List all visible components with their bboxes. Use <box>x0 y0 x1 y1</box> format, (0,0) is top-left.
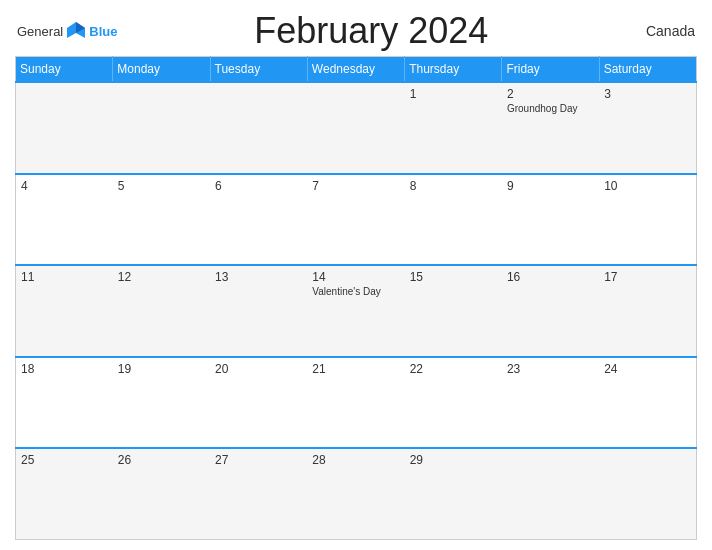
calendar-cell <box>16 82 113 174</box>
day-number: 11 <box>21 270 108 284</box>
calendar-cell <box>502 448 599 540</box>
calendar-cell: 15 <box>405 265 502 357</box>
calendar-cell: 24 <box>599 357 696 449</box>
day-number: 15 <box>410 270 497 284</box>
day-number: 6 <box>215 179 302 193</box>
day-number: 23 <box>507 362 594 376</box>
calendar-cell: 21 <box>307 357 404 449</box>
holiday-name: Valentine's Day <box>312 286 399 297</box>
calendar-cell: 16 <box>502 265 599 357</box>
col-monday: Monday <box>113 57 210 83</box>
calendar-cell: 25 <box>16 448 113 540</box>
col-sunday: Sunday <box>16 57 113 83</box>
day-number: 29 <box>410 453 497 467</box>
calendar-cell: 5 <box>113 174 210 266</box>
calendar-cell: 28 <box>307 448 404 540</box>
calendar-week-row: 18192021222324 <box>16 357 697 449</box>
day-number: 5 <box>118 179 205 193</box>
calendar-cell: 2Groundhog Day <box>502 82 599 174</box>
col-saturday: Saturday <box>599 57 696 83</box>
day-number: 25 <box>21 453 108 467</box>
calendar-cell: 20 <box>210 357 307 449</box>
month-title: February 2024 <box>117 10 625 52</box>
day-number: 9 <box>507 179 594 193</box>
logo-general-text: General <box>17 24 63 39</box>
calendar-cell <box>210 82 307 174</box>
calendar-cell: 23 <box>502 357 599 449</box>
col-thursday: Thursday <box>405 57 502 83</box>
day-number: 8 <box>410 179 497 193</box>
day-number: 10 <box>604 179 691 193</box>
calendar-cell: 10 <box>599 174 696 266</box>
calendar-cell: 7 <box>307 174 404 266</box>
calendar-cell: 9 <box>502 174 599 266</box>
calendar-cell: 19 <box>113 357 210 449</box>
col-wednesday: Wednesday <box>307 57 404 83</box>
day-number: 19 <box>118 362 205 376</box>
country-label: Canada <box>625 23 695 39</box>
calendar-cell: 8 <box>405 174 502 266</box>
day-number: 22 <box>410 362 497 376</box>
day-number: 12 <box>118 270 205 284</box>
calendar-week-row: 2526272829 <box>16 448 697 540</box>
day-number: 16 <box>507 270 594 284</box>
header: General Blue February 2024 Canada <box>15 10 697 52</box>
day-number: 2 <box>507 87 594 101</box>
logo-blue-text: Blue <box>89 24 117 39</box>
calendar-header-row: Sunday Monday Tuesday Wednesday Thursday… <box>16 57 697 83</box>
day-number: 3 <box>604 87 691 101</box>
day-number: 20 <box>215 362 302 376</box>
calendar-cell: 1 <box>405 82 502 174</box>
day-number: 26 <box>118 453 205 467</box>
calendar-week-row: 45678910 <box>16 174 697 266</box>
day-number: 1 <box>410 87 497 101</box>
calendar-cell <box>599 448 696 540</box>
day-number: 18 <box>21 362 108 376</box>
calendar-cell: 29 <box>405 448 502 540</box>
col-tuesday: Tuesday <box>210 57 307 83</box>
logo-icon <box>65 20 87 42</box>
holiday-name: Groundhog Day <box>507 103 594 114</box>
calendar-cell: 13 <box>210 265 307 357</box>
day-number: 21 <box>312 362 399 376</box>
col-friday: Friday <box>502 57 599 83</box>
calendar-week-row: 12Groundhog Day3 <box>16 82 697 174</box>
day-number: 4 <box>21 179 108 193</box>
calendar-cell: 4 <box>16 174 113 266</box>
calendar-cell: 27 <box>210 448 307 540</box>
day-number: 7 <box>312 179 399 193</box>
calendar-cell: 17 <box>599 265 696 357</box>
day-number: 17 <box>604 270 691 284</box>
calendar-cell: 22 <box>405 357 502 449</box>
day-number: 24 <box>604 362 691 376</box>
calendar-cell <box>113 82 210 174</box>
calendar-cell <box>307 82 404 174</box>
calendar-cell: 18 <box>16 357 113 449</box>
calendar-week-row: 11121314Valentine's Day151617 <box>16 265 697 357</box>
calendar-cell: 6 <box>210 174 307 266</box>
calendar-page: General Blue February 2024 Canada Sunday… <box>0 0 712 550</box>
logo: General Blue <box>17 20 117 42</box>
day-number: 27 <box>215 453 302 467</box>
calendar-cell: 12 <box>113 265 210 357</box>
day-number: 13 <box>215 270 302 284</box>
calendar-table: Sunday Monday Tuesday Wednesday Thursday… <box>15 56 697 540</box>
calendar-cell: 3 <box>599 82 696 174</box>
calendar-cell: 26 <box>113 448 210 540</box>
day-number: 14 <box>312 270 399 284</box>
calendar-cell: 14Valentine's Day <box>307 265 404 357</box>
day-number: 28 <box>312 453 399 467</box>
calendar-cell: 11 <box>16 265 113 357</box>
